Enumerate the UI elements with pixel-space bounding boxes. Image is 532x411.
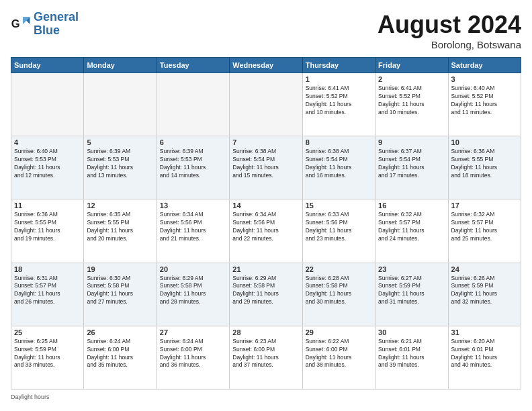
month-title: August 2024 [378, 11, 521, 39]
day-number: 23 [378, 265, 445, 273]
calendar-week-row: 11Sunrise: 6:36 AM Sunset: 5:55 PM Dayli… [11, 199, 521, 263]
day-info: Sunrise: 6:32 AM Sunset: 5:57 PM Dayligh… [378, 211, 445, 243]
day-info: Sunrise: 6:28 AM Sunset: 5:58 PM Dayligh… [306, 275, 372, 307]
day-number: 28 [232, 328, 299, 336]
day-info: Sunrise: 6:24 AM Sunset: 6:00 PM Dayligh… [160, 338, 226, 370]
day-number: 25 [14, 328, 81, 336]
page: G General Blue August 2024 Borolong, Bot… [0, 0, 532, 411]
day-number: 27 [160, 328, 226, 336]
day-number: 9 [378, 138, 445, 146]
day-info: Sunrise: 6:41 AM Sunset: 5:52 PM Dayligh… [306, 85, 372, 117]
calendar-cell [84, 73, 157, 136]
calendar-table: SundayMondayTuesdayWednesdayThursdayFrid… [11, 57, 521, 390]
day-info: Sunrise: 6:30 AM Sunset: 5:58 PM Dayligh… [87, 275, 153, 307]
calendar-week-row: 25Sunrise: 6:25 AM Sunset: 5:59 PM Dayli… [11, 326, 521, 389]
calendar-cell: 21Sunrise: 6:29 AM Sunset: 5:58 PM Dayli… [230, 263, 302, 326]
day-number: 22 [306, 265, 372, 273]
day-info: Sunrise: 6:22 AM Sunset: 6:00 PM Dayligh… [306, 338, 372, 370]
calendar-cell: 13Sunrise: 6:34 AM Sunset: 5:56 PM Dayli… [157, 199, 229, 263]
calendar-week-row: 4Sunrise: 6:40 AM Sunset: 5:53 PM Daylig… [11, 136, 521, 199]
calendar-cell: 15Sunrise: 6:33 AM Sunset: 5:56 PM Dayli… [302, 199, 375, 263]
calendar-cell: 5Sunrise: 6:39 AM Sunset: 5:53 PM Daylig… [84, 136, 157, 199]
day-info: Sunrise: 6:35 AM Sunset: 5:55 PM Dayligh… [87, 211, 153, 243]
day-info: Sunrise: 6:38 AM Sunset: 5:54 PM Dayligh… [232, 148, 299, 180]
day-info: Sunrise: 6:29 AM Sunset: 5:58 PM Dayligh… [232, 275, 299, 307]
calendar-cell: 25Sunrise: 6:25 AM Sunset: 5:59 PM Dayli… [11, 326, 84, 389]
day-number: 7 [232, 138, 299, 146]
day-number: 8 [306, 138, 372, 146]
footer: Daylight hours [11, 394, 521, 400]
calendar-cell: 8Sunrise: 6:38 AM Sunset: 5:54 PM Daylig… [302, 136, 375, 199]
day-number: 2 [378, 75, 445, 83]
day-number: 12 [87, 201, 153, 210]
day-number: 15 [306, 201, 372, 210]
calendar-cell: 14Sunrise: 6:34 AM Sunset: 5:56 PM Dayli… [230, 199, 302, 263]
logo-icon: G [11, 14, 31, 34]
calendar-cell [230, 73, 302, 136]
calendar-cell: 10Sunrise: 6:36 AM Sunset: 5:55 PM Dayli… [448, 136, 521, 199]
day-number: 14 [232, 201, 299, 210]
logo-text: General Blue [34, 11, 79, 38]
day-header-tuesday: Tuesday [157, 58, 229, 73]
day-info: Sunrise: 6:36 AM Sunset: 5:55 PM Dayligh… [14, 211, 81, 243]
day-info: Sunrise: 6:34 AM Sunset: 5:56 PM Dayligh… [160, 211, 226, 243]
logo: G General Blue [11, 11, 79, 38]
calendar-cell: 28Sunrise: 6:23 AM Sunset: 6:00 PM Dayli… [230, 326, 302, 389]
day-info: Sunrise: 6:39 AM Sunset: 5:53 PM Dayligh… [87, 148, 153, 180]
day-header-thursday: Thursday [302, 58, 375, 73]
day-number: 18 [14, 265, 81, 273]
day-number: 11 [14, 201, 81, 210]
calendar-cell: 2Sunrise: 6:41 AM Sunset: 5:52 PM Daylig… [375, 73, 448, 136]
day-info: Sunrise: 6:40 AM Sunset: 5:52 PM Dayligh… [451, 85, 518, 117]
day-info: Sunrise: 6:32 AM Sunset: 5:57 PM Dayligh… [451, 211, 518, 243]
day-number: 21 [232, 265, 299, 273]
day-number: 26 [87, 328, 153, 336]
day-info: Sunrise: 6:37 AM Sunset: 5:54 PM Dayligh… [378, 148, 445, 180]
calendar-cell: 18Sunrise: 6:31 AM Sunset: 5:57 PM Dayli… [11, 263, 84, 326]
day-number: 31 [451, 328, 518, 336]
calendar-cell: 27Sunrise: 6:24 AM Sunset: 6:00 PM Dayli… [157, 326, 229, 389]
day-number: 29 [306, 328, 372, 336]
day-number: 30 [378, 328, 445, 336]
day-info: Sunrise: 6:24 AM Sunset: 6:00 PM Dayligh… [87, 338, 153, 370]
calendar-cell: 6Sunrise: 6:39 AM Sunset: 5:53 PM Daylig… [157, 136, 229, 199]
day-number: 20 [160, 265, 226, 273]
day-number: 19 [87, 265, 153, 273]
calendar-cell: 9Sunrise: 6:37 AM Sunset: 5:54 PM Daylig… [375, 136, 448, 199]
calendar-cell: 12Sunrise: 6:35 AM Sunset: 5:55 PM Dayli… [84, 199, 157, 263]
header: G General Blue August 2024 Borolong, Bot… [11, 11, 521, 50]
day-number: 24 [451, 265, 518, 273]
day-number: 3 [451, 75, 518, 83]
day-number: 10 [451, 138, 518, 146]
calendar-cell: 16Sunrise: 6:32 AM Sunset: 5:57 PM Dayli… [375, 199, 448, 263]
day-number: 17 [451, 201, 518, 210]
calendar-cell: 11Sunrise: 6:36 AM Sunset: 5:55 PM Dayli… [11, 199, 84, 263]
day-info: Sunrise: 6:25 AM Sunset: 5:59 PM Dayligh… [14, 338, 81, 370]
calendar-cell: 26Sunrise: 6:24 AM Sunset: 6:00 PM Dayli… [84, 326, 157, 389]
day-header-saturday: Saturday [448, 58, 521, 73]
day-info: Sunrise: 6:31 AM Sunset: 5:57 PM Dayligh… [14, 275, 81, 307]
day-info: Sunrise: 6:34 AM Sunset: 5:56 PM Dayligh… [232, 211, 299, 243]
title-block: August 2024 Borolong, Botswana [378, 11, 521, 50]
location: Borolong, Botswana [378, 39, 521, 50]
calendar-cell [157, 73, 229, 136]
day-info: Sunrise: 6:41 AM Sunset: 5:52 PM Dayligh… [378, 85, 445, 117]
calendar-week-row: 18Sunrise: 6:31 AM Sunset: 5:57 PM Dayli… [11, 263, 521, 326]
day-info: Sunrise: 6:39 AM Sunset: 5:53 PM Dayligh… [160, 148, 226, 180]
calendar-cell: 20Sunrise: 6:29 AM Sunset: 5:58 PM Dayli… [157, 263, 229, 326]
calendar-header-row: SundayMondayTuesdayWednesdayThursdayFrid… [11, 58, 521, 73]
day-info: Sunrise: 6:38 AM Sunset: 5:54 PM Dayligh… [306, 148, 372, 180]
day-header-monday: Monday [84, 58, 157, 73]
calendar-cell: 17Sunrise: 6:32 AM Sunset: 5:57 PM Dayli… [448, 199, 521, 263]
calendar-cell: 31Sunrise: 6:20 AM Sunset: 6:01 PM Dayli… [448, 326, 521, 389]
day-info: Sunrise: 6:27 AM Sunset: 5:59 PM Dayligh… [378, 275, 445, 307]
day-number: 16 [378, 201, 445, 210]
day-info: Sunrise: 6:26 AM Sunset: 5:59 PM Dayligh… [451, 275, 518, 307]
calendar-cell: 24Sunrise: 6:26 AM Sunset: 5:59 PM Dayli… [448, 263, 521, 326]
calendar-cell: 23Sunrise: 6:27 AM Sunset: 5:59 PM Dayli… [375, 263, 448, 326]
day-number: 13 [160, 201, 226, 210]
day-info: Sunrise: 6:40 AM Sunset: 5:53 PM Dayligh… [14, 148, 81, 180]
calendar-cell: 19Sunrise: 6:30 AM Sunset: 5:58 PM Dayli… [84, 263, 157, 326]
day-number: 1 [306, 75, 372, 83]
svg-text:G: G [11, 17, 20, 29]
